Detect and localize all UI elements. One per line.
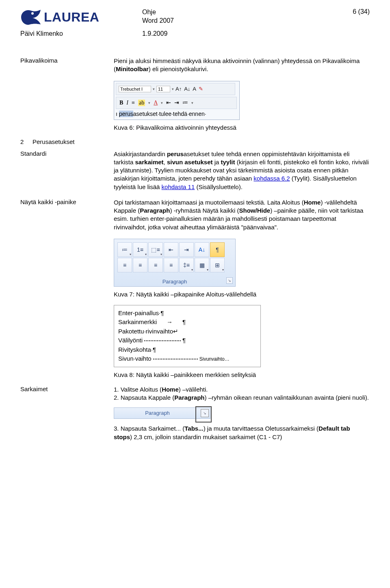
date: 1.9.2009 [142, 30, 321, 37]
minitoolbar: Trebuchet l ▾ 11 ▾ A↑ A↓ A ✎ B I ≡ ab ▾ … [114, 81, 240, 120]
style-icon[interactable]: A [193, 86, 196, 92]
author: Päivi Klimenko [20, 30, 142, 37]
logo-text: LAUREA [44, 10, 99, 25]
header: LAUREA Ohje Word 2007 6 (34) [20, 8, 370, 26]
borders-icon[interactable]: ⊞▾ [210, 258, 225, 272]
text: ) eli pienoistyökalurivi. [149, 65, 208, 72]
row-pikavalikoima: Pikavalikoima Pieni ja aluksi himmeästi … [20, 57, 370, 74]
minitoolbar-row2: B I ≡ ab ▾ A ▾ ⇤ ⇥ ≔ ▾ [116, 97, 237, 109]
label-standardi: Standardi [20, 150, 106, 191]
body-pikavalikoima: Pieni ja aluksi himmeästi näkyvä ikkuna … [114, 57, 370, 74]
link-kohdassa62[interactable]: kohdassa 6.2 [254, 175, 290, 182]
chevron-down-icon[interactable]: ▾ [153, 87, 155, 91]
paragraph-group-label: Paragraph [114, 409, 201, 417]
row-nayta: Näytä kaikki -painike Opi tarkistamaan k… [20, 198, 370, 231]
figure-paragraph-ribbon: ≔▾ 1≡▾ ⬚≡▾ ⇤ ⇥ A↓ ¶ ≡ ≡ ≡ ≡ ‡≡▾ ▦▾ ⊞▾ Pa… [114, 239, 370, 287]
align-right-icon[interactable]: ≡ [148, 258, 163, 272]
figure8-caption: Kuva 8: Näytä kaikki –painikkeen merkkie… [114, 371, 370, 378]
bullets-icon[interactable]: ≔ [182, 99, 188, 106]
ribbon-group-label: Paragraph [114, 279, 235, 285]
step3: 3. Napsauta Sarkaimet... (Tabs...) ja mu… [114, 425, 370, 441]
highlight-icon[interactable]: ab [138, 100, 145, 106]
sample-highlight: perus [119, 111, 133, 117]
doc-app: Word 2007 [142, 17, 321, 25]
logo: LAUREA [20, 8, 142, 26]
label-nayta: Näytä kaikki -painike [20, 198, 106, 231]
sample-rest: asetukset·tulee·tehdä·ennen· [133, 111, 206, 117]
bold-icon[interactable]: B [119, 100, 123, 106]
center-align-icon[interactable]: ≡ [132, 100, 135, 106]
chevron-down-icon[interactable]: ▾ [172, 87, 174, 91]
align-left-icon[interactable]: ≡ [117, 258, 132, 272]
sort-icon[interactable]: A↓ [195, 242, 209, 257]
subheader: Päivi Klimenko 1.9.2009 [20, 30, 370, 37]
text: ja [212, 159, 221, 166]
text: , [164, 159, 167, 166]
row-sarkaimet: Sarkaimet 1. Valitse Aloitus (Home) –väl… [20, 385, 370, 441]
figure-minitoolbar: Trebuchet l ▾ 11 ▾ A↑ A↓ A ✎ B I ≡ ab ▾ … [114, 81, 370, 120]
body-sarkaimet: 1. Valitse Aloitus (Home) –välilehti. 2.… [114, 385, 370, 441]
bold: tyylit [221, 159, 235, 166]
list-item: Sarkainmerkki→¶ [118, 318, 256, 327]
page-number: 6 (34) [321, 8, 370, 15]
font-color-icon[interactable]: A [154, 100, 158, 106]
shrink-font-icon[interactable]: A↓ [184, 86, 190, 92]
doc-meta: Ohje Word 2007 [142, 8, 321, 25]
font-size-dropdown[interactable]: 11 [156, 86, 170, 92]
section2-heading: 2 Perusasetukset [20, 138, 370, 145]
ribbon-grid: ≔▾ 1≡▾ ⬚≡▾ ⇤ ⇥ A↓ ¶ ≡ ≡ ≡ ≡ ‡≡▾ ▦▾ ⊞▾ [117, 242, 232, 272]
multilevel-icon[interactable]: ⬚≡▾ [148, 242, 163, 257]
laurea-logo-icon [20, 8, 41, 26]
bold: Minitoolbar [116, 65, 149, 72]
italic-icon[interactable]: I [126, 100, 128, 106]
list-item: Välilyönti¶ [118, 336, 256, 345]
font-name-dropdown[interactable]: Trebuchet l [119, 86, 151, 92]
figure-hidden-chars: Enter-painallus·¶ Sarkainmerkki→¶ Pakote… [114, 305, 370, 367]
body-standardi: Asiakirjastandardin perusasetukset tulee… [114, 150, 370, 191]
bold: Show/Hide [239, 207, 270, 214]
list-item: Pakotettu·rivinvaihto↵ [118, 327, 256, 336]
list-item: Sivun·vaihtoSivunvaihto… [118, 354, 256, 364]
body-nayta: Opi tarkistamaan kirjoittamaasi ja muoto… [114, 198, 370, 231]
step2: 2. Napsauta Kappale (Paragraph) –ryhmän … [114, 394, 370, 402]
show-hide-icon[interactable]: ¶ [210, 242, 225, 257]
list-item: Enter-painallus·¶ [118, 309, 256, 318]
paragraph-label-box-wrap: Paragraph ↘ [114, 407, 370, 419]
chevron-down-icon[interactable]: ▾ [161, 101, 163, 105]
decrease-indent-icon[interactable]: ⇤ [166, 99, 171, 106]
chevron-down-icon[interactable]: ▾ [191, 101, 193, 105]
increase-indent-icon[interactable]: ⇥ [174, 99, 179, 106]
hidden-chars-list: Enter-painallus·¶ Sarkainmerkki→¶ Pakote… [114, 305, 261, 367]
bullets-icon[interactable]: ≔▾ [117, 242, 132, 257]
bold: sarkaimet [135, 159, 164, 166]
dialog-launcher-icon[interactable]: ↘ [201, 409, 209, 417]
dialog-launcher-icon[interactable]: ↘ [226, 277, 233, 284]
doc-type: Ohje [142, 8, 321, 17]
link-kohdasta11[interactable]: kohdasta 11 [162, 183, 195, 190]
line-spacing-icon[interactable]: ‡≡▾ [179, 258, 194, 272]
numbering-icon[interactable]: 1≡▾ [133, 242, 147, 257]
format-painter-icon[interactable]: ✎ [199, 86, 203, 92]
align-center-icon[interactable]: ≡ [133, 258, 147, 272]
svg-point-0 [31, 12, 34, 15]
justify-icon[interactable]: ≡ [164, 258, 178, 272]
paragraph-ribbon: ≔▾ 1≡▾ ⬚≡▾ ⇤ ⇥ A↓ ¶ ≡ ≡ ≡ ≡ ‡≡▾ ▦▾ ⊞▾ Pa… [114, 239, 236, 287]
increase-indent-icon[interactable]: ⇥ [179, 242, 194, 257]
label-sarkaimet: Sarkaimet [20, 385, 106, 441]
section-number: 2 [20, 138, 32, 145]
shading-icon[interactable]: ▦▾ [195, 258, 209, 272]
text: Asiakirjastandardin [114, 150, 167, 157]
row-standardi: Standardi Asiakirjastandardin perusasetu… [20, 150, 370, 191]
minitoolbar-row1: Trebuchet l ▾ 11 ▾ A↑ A↓ A ✎ [116, 83, 235, 95]
section-title: Perusasetukset [32, 138, 370, 145]
chevron-down-icon[interactable]: ▾ [148, 101, 150, 105]
grow-font-icon[interactable]: A↑ [176, 86, 182, 92]
bold: sivun asetukset [167, 159, 213, 166]
decrease-indent-icon[interactable]: ⇤ [164, 242, 178, 257]
bold: Home [304, 199, 321, 206]
bold: Paragraph [140, 207, 170, 214]
figure6-caption: Kuva 6: Pikavalikoima aktivoinnin yhteyd… [114, 124, 370, 131]
step1: 1. Valitse Aloitus (Home) –välilehti. [114, 385, 370, 394]
text: Opi tarkistamaan kirjoittamaasi ja muoto… [114, 199, 304, 206]
text: (Sisällysluettelo). [195, 183, 243, 190]
